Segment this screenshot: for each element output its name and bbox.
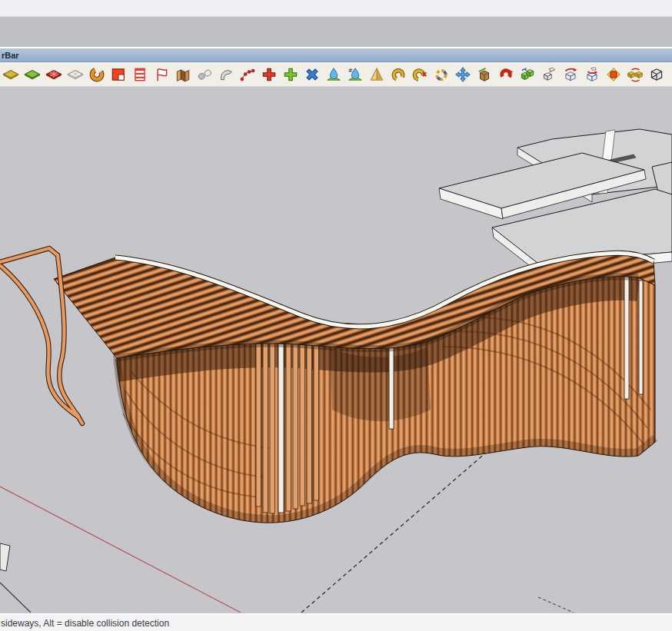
icon-glyph [584, 66, 600, 83]
icon-glyph [519, 66, 536, 83]
status-text: sideways, Alt = disable collision detect… [0, 618, 169, 629]
plus-red-icon[interactable] [259, 65, 279, 85]
cross-blue-icon[interactable] [302, 65, 322, 85]
roller-icon[interactable] [195, 65, 215, 85]
panel-white-icon[interactable] [65, 65, 85, 85]
panel-green-icon[interactable] [22, 65, 42, 85]
icon-glyph [67, 66, 84, 83]
ring-gold-icon[interactable] [388, 65, 408, 85]
move-icon[interactable] [453, 65, 473, 85]
arc-tool-icon[interactable] [87, 65, 107, 85]
flag-icon[interactable] [151, 65, 171, 85]
secondary-toolbar-empty [0, 17, 672, 47]
swap-boxes-icon[interactable] [625, 65, 645, 85]
icon-glyph [175, 66, 191, 83]
box-rotate-axis-icon[interactable] [582, 65, 602, 85]
model-canvas [0, 87, 672, 613]
cone-icon[interactable] [367, 65, 387, 85]
corner-square-icon[interactable] [108, 65, 128, 85]
icon-glyph [454, 66, 471, 83]
icon-glyph [153, 66, 170, 83]
status-bar: sideways, Alt = disable collision detect… [0, 615, 672, 631]
icon-glyph [282, 66, 299, 83]
undo-red-icon[interactable] [496, 65, 516, 85]
icon-glyph [368, 66, 385, 83]
box-copy-icon[interactable] [539, 65, 559, 85]
icon-glyph [261, 66, 278, 83]
icon-glyph [648, 66, 665, 83]
app-window: rBar # [0, 0, 672, 631]
waterdrop-count-icon[interactable]: # [345, 65, 365, 85]
icon-glyph [325, 66, 342, 83]
icon-glyph [304, 66, 321, 83]
icon-glyph [110, 66, 127, 83]
icon-glyph [476, 66, 493, 83]
curve-points-icon[interactable] [238, 65, 258, 85]
icon-glyph [24, 66, 41, 83]
icon-glyph [239, 66, 256, 83]
ring-delete-icon[interactable] [410, 65, 430, 85]
plugin-toolbar-titlebar[interactable]: rBar [0, 48, 672, 62]
waterdrop-icon[interactable] [324, 65, 344, 85]
icon-glyph [218, 66, 235, 83]
icon-glyph [433, 66, 450, 83]
icon-glyph [411, 66, 428, 83]
bent-bracket-icon[interactable] [216, 65, 236, 85]
striped-panel-icon[interactable] [130, 65, 150, 85]
icon-glyph [562, 66, 579, 83]
icon-glyph: # [347, 66, 364, 83]
svg-text:#: # [348, 66, 353, 73]
icon-glyph [45, 66, 62, 83]
panel-yellow-icon[interactable] [1, 65, 21, 85]
box-edit-icon[interactable] [474, 65, 494, 85]
top-toolbar-empty [0, 0, 672, 17]
middle-crevice-shadow [331, 347, 431, 421]
ring-dashed-icon[interactable] [431, 65, 451, 85]
viewport-3d[interactable] [0, 87, 672, 613]
plugin-toolbar: # [0, 62, 672, 87]
icon-glyph [196, 66, 213, 83]
stack-green-icon[interactable] [517, 65, 537, 85]
icon-glyph [2, 66, 19, 83]
panel-red-icon[interactable] [44, 65, 64, 85]
icon-glyph [390, 66, 407, 83]
folded-wood-icon[interactable] [173, 65, 193, 85]
icon-glyph [605, 66, 622, 83]
icon-glyph [627, 66, 644, 83]
icon-glyph [497, 66, 514, 83]
plugin-toolbar-title: rBar [0, 51, 19, 60]
icon-glyph [131, 66, 148, 83]
plus-green-icon[interactable] [281, 65, 301, 85]
icon-glyph [541, 66, 557, 83]
wire-box-icon[interactable] [647, 65, 667, 85]
shape-on-face-icon[interactable] [604, 65, 624, 85]
icon-glyph [88, 66, 105, 83]
box-rotate-icon[interactable] [561, 65, 581, 85]
